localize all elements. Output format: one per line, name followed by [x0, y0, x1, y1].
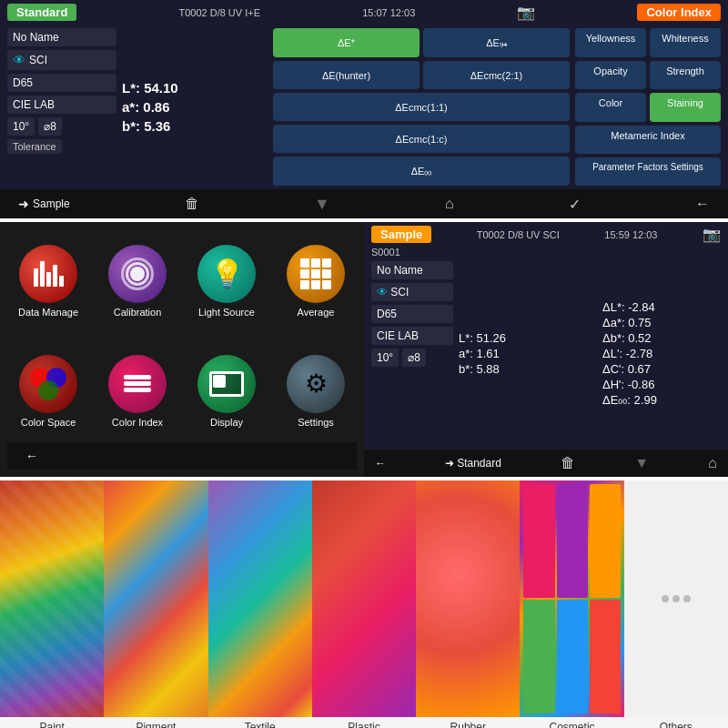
dE-cmc11-btn[interactable]: ΔEcmc(1:1) [273, 93, 570, 121]
sample-btn[interactable]: ➜ Sample [18, 197, 70, 211]
gear-icon: ⚙ [305, 369, 328, 399]
cie-lab-item: CIE LAB [7, 96, 116, 114]
line1 [124, 375, 151, 379]
gallery-item-textile[interactable]: Textile [208, 480, 312, 728]
calib-rings [119, 256, 156, 292]
gallery-item-others[interactable]: Others [624, 480, 728, 728]
ring3 [130, 267, 145, 281]
gallery-item-rubber[interactable]: Rubber [416, 480, 520, 728]
average-label: Average [298, 307, 335, 318]
light-source-item[interactable]: 💡 Light Source [186, 245, 268, 318]
cosmetic-cell2 [557, 484, 588, 598]
cosmetic-cell6 [590, 600, 621, 713]
s2-db: Δb*: 0.52 [602, 331, 721, 345]
gc1 [300, 258, 309, 268]
staining-btn[interactable]: Staining [650, 93, 721, 122]
gallery-row: Paint Pigment Textile Plastic Rubber [0, 480, 728, 728]
calibration-item[interactable]: Calibration [96, 245, 178, 318]
s2-l-val: L*: 51.26 [459, 331, 597, 345]
grid-icon [300, 258, 331, 289]
lines-icon [124, 375, 151, 392]
cosmetic-cell1 [523, 484, 554, 598]
back-icon[interactable]: ← [695, 196, 710, 212]
venn-icon [30, 368, 66, 400]
home-icon[interactable]: ⌂ [445, 196, 454, 212]
pigment-image [104, 480, 207, 717]
icons-grid: Data Manage Calibration 💡 Light [7, 229, 357, 442]
gc9 [322, 280, 331, 289]
screen1-color-index: Standard T0002 D/8 UV I+E 15:07 12:03 📷 … [0, 0, 728, 218]
parameter-btn[interactable]: Parameter Factors Settings [575, 157, 721, 186]
dE-cmc21-btn[interactable]: ΔEcmc(2:1) [423, 61, 570, 89]
s2-standard-btn[interactable]: ➜ Standard [445, 457, 501, 470]
s2-sci: 👁 SCI [371, 283, 453, 301]
gallery-item-cosmetic[interactable]: Cosmetic [520, 480, 623, 728]
color-space-item[interactable]: Color Space [7, 355, 89, 428]
s2-b-val: b*: 5.88 [459, 362, 597, 376]
opacity-btn[interactable]: Opacity [575, 61, 646, 90]
paint-image [0, 480, 104, 717]
screen2-right-panel: Sample T0002 D/8 UV SCI 15:59 12:03 📷 S0… [364, 222, 728, 477]
gallery-item-plastic[interactable]: Plastic [312, 480, 416, 728]
settings-label: Settings [298, 417, 334, 428]
s2-home-icon[interactable]: ⌂ [708, 455, 717, 471]
screen2-left-footer: ← [7, 442, 357, 470]
plastic-label: Plastic [312, 717, 416, 728]
gallery-item-pigment[interactable]: Pigment [104, 480, 207, 728]
cosmetic-image [520, 480, 623, 717]
textile-image [208, 480, 312, 717]
screen2-main-menu: Data Manage Calibration 💡 Light [0, 222, 728, 477]
trash-icon[interactable]: 🗑 [185, 196, 199, 212]
color-index-item[interactable]: Color Index [96, 355, 178, 428]
average-item[interactable]: Average [275, 245, 357, 318]
data-manage-label: Data Manage [18, 307, 78, 318]
s2-header-info: T0002 D/8 UV SCI [477, 229, 560, 240]
display-label: Display [210, 417, 243, 428]
color-index-label: Color Index [112, 417, 163, 428]
s2-d65: D65 [371, 305, 453, 323]
rubber-image [416, 480, 520, 717]
ci3 [38, 380, 58, 400]
sample-badge: Sample [371, 226, 431, 243]
s2-cie-lab: CIE LAB [371, 327, 453, 345]
s2-back-btn[interactable]: ← [375, 457, 386, 470]
color-btn[interactable]: Color [575, 93, 646, 122]
metameric-btn[interactable]: Metameric Index [575, 126, 721, 155]
yellowness-btn[interactable]: Yellowness [575, 28, 646, 57]
monitor-inner [213, 375, 226, 388]
settings-icon: ⚙ [287, 355, 345, 413]
down-arrow-icon: ▼ [314, 195, 330, 214]
line3 [124, 388, 151, 392]
s2-back-btn[interactable]: ← [25, 449, 38, 463]
dE-star-btn[interactable]: ΔE* [273, 28, 420, 57]
no-name-item: No Name [7, 28, 116, 46]
a-value: a*: 0.86 [122, 99, 268, 115]
cosmetic-cell4 [523, 600, 554, 713]
color-space-icon [19, 355, 77, 413]
dE-cmc1c-btn[interactable]: ΔEcmc(1:c) [273, 125, 570, 153]
dot3 [683, 595, 691, 602]
rubber-label: Rubber [416, 717, 520, 728]
display-icon [197, 355, 256, 413]
camera-icon: 📷 [517, 4, 535, 21]
strength-btn[interactable]: Strength [650, 61, 721, 90]
s2-sample-id: S0001 [364, 247, 728, 258]
settings-item[interactable]: ⚙ Settings [275, 355, 357, 428]
dE-hunter-btn[interactable]: ΔE(hunter) [273, 61, 420, 89]
check-icon[interactable]: ✓ [569, 196, 581, 213]
dE00-btn[interactable]: ΔE₀₀ [273, 157, 570, 186]
s2-a-val: a*: 1.61 [459, 347, 597, 360]
display-item[interactable]: Display [186, 355, 268, 428]
s2-right-body: No Name 👁 SCI D65 CIE LAB 10° ⌀8 L*: 51.… [364, 258, 728, 450]
s2-trash-icon[interactable]: 🗑 [561, 455, 575, 471]
gallery-item-paint[interactable]: Paint [0, 480, 104, 728]
whiteness-btn[interactable]: Whiteness [650, 28, 721, 57]
dE94-btn[interactable]: ΔE₉₄ [423, 28, 570, 57]
line2 [124, 381, 151, 386]
s2-dC: ΔC': 0.67 [602, 362, 721, 376]
data-manage-item[interactable]: Data Manage [7, 245, 89, 318]
calibration-label: Calibration [114, 307, 162, 318]
paint-texture [0, 480, 104, 717]
degree-aperture: 10° ⌀8 [7, 117, 116, 136]
gc2 [311, 258, 320, 268]
